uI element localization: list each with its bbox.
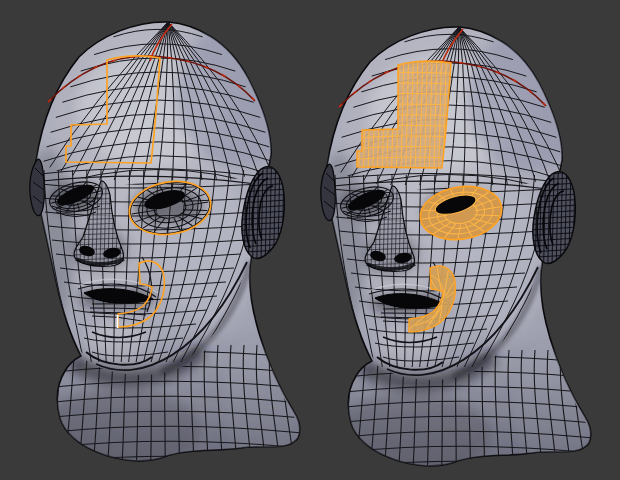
viewport-canvas[interactable] (0, 0, 620, 480)
viewport (0, 0, 620, 480)
